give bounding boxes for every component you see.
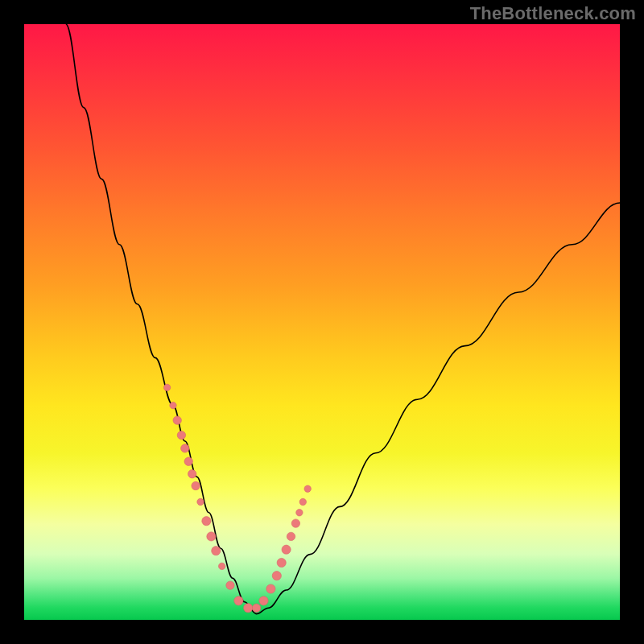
sample-dot — [244, 604, 253, 613]
bottleneck-curve — [24, 24, 620, 620]
sample-dot — [234, 597, 243, 605]
sample-dot — [207, 532, 216, 541]
sample-dot — [202, 517, 211, 526]
sample-dot — [163, 384, 170, 390]
sample-dot — [173, 416, 181, 424]
sample-dot — [252, 604, 260, 612]
chart-container: TheBottleneck.com — [0, 0, 644, 644]
sample-dot — [212, 547, 221, 555]
plot-area — [24, 24, 620, 620]
sample-dot — [299, 498, 306, 505]
sample-dot — [282, 545, 291, 554]
sample-dot — [226, 581, 234, 589]
sample-dot — [287, 532, 295, 540]
sample-dot — [272, 572, 281, 580]
sample-dot — [170, 402, 176, 408]
watermark-text: TheBottleneck.com — [470, 3, 636, 24]
sample-dot — [291, 519, 299, 527]
sample-dot — [219, 563, 225, 569]
sample-dot — [177, 431, 185, 439]
sample-dot — [192, 481, 200, 489]
sample-dot — [304, 485, 311, 492]
sample-dot — [259, 597, 268, 605]
sample-dot — [296, 510, 303, 516]
sample-dot — [197, 498, 204, 505]
sample-dot — [188, 470, 196, 478]
sample-dot — [184, 457, 192, 465]
sample-dot — [277, 558, 286, 567]
sample-dot — [181, 444, 189, 452]
sample-dot — [266, 584, 275, 593]
